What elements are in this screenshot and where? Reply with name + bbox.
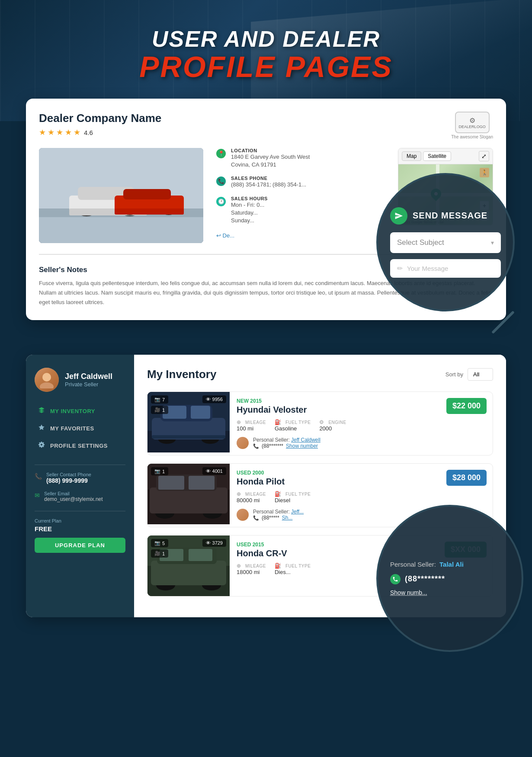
- star-5: ★: [74, 128, 80, 137]
- mileage-icon-1: ⊕: [237, 419, 241, 425]
- seller-name-link-2[interactable]: Jeff...: [291, 509, 304, 515]
- page-title: USER AND DEALER PROFILE PAGES: [26, 17, 506, 81]
- dealer-card: Dealer Company Name ★ ★ ★ ★ ★ 4.6 ⚙ DEAL…: [26, 99, 506, 320]
- msg-title: SEND MESSAGE: [413, 211, 487, 221]
- mileage-label-1: MILEAGE: [245, 420, 266, 425]
- upgrade-plan-button[interactable]: UPGRADE PLAN: [35, 538, 125, 553]
- fuel-icon-1: ⛽: [275, 419, 281, 425]
- message-input-box[interactable]: ✏ Your Message: [390, 259, 501, 278]
- map-controls: Map Satellite ⤢: [398, 148, 493, 164]
- profile-sidebar: Jeff Caldwell Private Seller MY INVENTOR…: [26, 355, 134, 617]
- dealer-info: 📍 LOCATION 1840 E Garvey Ave South WestC…: [212, 148, 389, 243]
- car-specs-1: ⊕ MILEAGE 100 mi ⛽ FUEL TYPE Gaso: [237, 419, 434, 432]
- favorites-nav-label: MY FAVORITES: [50, 425, 94, 432]
- magnifier-handle: [491, 311, 515, 334]
- video-count-3: 1: [162, 551, 165, 556]
- profile-role: Private Seller: [65, 381, 112, 388]
- svg-point-14: [40, 382, 54, 388]
- seller-phone-2: 📞 (88***** Sh...: [253, 515, 304, 521]
- message-placeholder-text: Your Message: [407, 265, 448, 272]
- price-tag-1: $22 000: [446, 398, 487, 414]
- sort-select[interactable]: All: [468, 368, 493, 381]
- hours-value: Mon - Fri: 0...Saturday...Sunday...: [231, 201, 268, 225]
- car-photos-badge-3: 📷 5: [151, 539, 168, 547]
- mileage-icon-3: ⊕: [237, 563, 241, 569]
- phone-value: (888) 354-1781; (888) 354-1...: [231, 181, 306, 189]
- contact-email-text: Seller Email demo_user@stylemix.net: [44, 491, 103, 502]
- seller-avatar-1: [237, 437, 249, 449]
- views-count-3: 3729: [212, 540, 223, 545]
- star-icon: [38, 424, 45, 433]
- rating-number: 4.6: [84, 129, 93, 136]
- dealer-page-link[interactable]: ↩ De...: [216, 232, 234, 239]
- map-expand-button[interactable]: ⤢: [479, 151, 489, 161]
- inventory-header: My Inventory Sort by All: [147, 368, 493, 381]
- dealer-link-text: ↩ De...: [216, 232, 234, 239]
- dealer-name: Dealer Company Name: [39, 112, 161, 125]
- phone-icon: 📞: [216, 176, 226, 186]
- show-number-2[interactable]: Sh...: [282, 515, 293, 521]
- dealer-showroom-svg: [39, 148, 203, 243]
- contact-email-value: demo_user@stylemix.net: [44, 496, 103, 502]
- photos-count-2: 1: [162, 469, 165, 474]
- message-edit-icon: ✏: [397, 264, 403, 273]
- profile-avatar-area: Jeff Caldwell Private Seller: [35, 368, 125, 392]
- dealer-header: Dealer Company Name ★ ★ ★ ★ ★ 4.6 ⚙ DEAL…: [39, 112, 493, 139]
- select-subject-box[interactable]: Select Subject ▾: [390, 232, 501, 253]
- fuel-value-1: Gasoline: [275, 425, 311, 432]
- car-listing-image-2: 📷 1 👁 4001: [147, 464, 230, 524]
- hours-text: SALES HOURS Mon - Fri: 0...Saturday...Su…: [231, 196, 268, 225]
- mileage-value-3: 18000 mi: [237, 569, 266, 575]
- gear-icon: [38, 441, 45, 450]
- car-views-badge-2: 👁 4001: [202, 467, 226, 475]
- car-video-badge-1: 🎥 1: [151, 406, 168, 414]
- seller-details-1: Personal Seller: Jeff Caldwell 📞 (88****…: [253, 437, 320, 449]
- sort-label: Sort by: [445, 371, 463, 378]
- profile-name: Jeff Caldwell: [65, 372, 112, 381]
- seller-phone-1: 📞 (88******* Show number: [253, 443, 320, 449]
- spec-fuel-2: ⛽ FUEL TYPE Diesel: [275, 491, 311, 504]
- sidebar-item-settings[interactable]: PROFILE SETTINGS: [35, 437, 125, 454]
- seller-info-row-2: Personal Seller: Jeff... 📞 (88***** Sh..…: [237, 509, 434, 521]
- fuel-label-2: FUEL TYPE: [285, 492, 311, 497]
- hours-label: SALES HOURS: [231, 196, 268, 201]
- sidebar-item-favorites[interactable]: MY FAVORITES: [35, 420, 125, 437]
- star-2: ★: [48, 128, 54, 137]
- select-arrow-icon: ▾: [491, 239, 494, 246]
- inventory-title: My Inventory: [147, 368, 216, 381]
- camera-icon-2: 📷: [154, 468, 160, 474]
- seller-label-2: Personal Seller: Jeff...: [253, 509, 304, 515]
- mileage-label-2: MILEAGE: [245, 492, 266, 497]
- seller-info-row-1: Personal Seller: Jeff Caldwell 📞 (88****…: [237, 437, 434, 449]
- seller-name-link-1[interactable]: Jeff Caldwell: [291, 437, 320, 443]
- fuel-value-3: Dies...: [275, 569, 311, 575]
- camera-icon-1: 📷: [154, 397, 160, 402]
- hours-icon: 🕐: [216, 197, 226, 206]
- video-count-1: 1: [162, 407, 165, 413]
- sidebar-item-inventory[interactable]: MY INVENTORY: [35, 402, 125, 420]
- camera-icon-3: 📷: [154, 540, 160, 546]
- dealer-name-area: Dealer Company Name ★ ★ ★ ★ ★ 4.6: [39, 112, 161, 137]
- fuel-icon-2: ⛽: [275, 491, 281, 497]
- mileage-value-2: 80000 mi: [237, 497, 266, 504]
- fuel-value-2: Diesel: [275, 497, 311, 504]
- contact-email-item: ✉ Seller Email demo_user@stylemix.net: [35, 491, 125, 502]
- mileage-value-1: 100 mi: [237, 425, 266, 432]
- mag-show-button[interactable]: Show numb...: [390, 589, 427, 596]
- logo-sub: The awesome Slogan: [451, 135, 493, 139]
- engine-label-1: ENGINE: [328, 420, 346, 425]
- phone-contact-icon: 📞: [35, 473, 42, 480]
- satellite-button[interactable]: Satellite: [423, 151, 451, 161]
- svg-rect-28: [150, 488, 228, 513]
- mag-phone-row: (88********: [390, 574, 510, 584]
- show-number-1[interactable]: Show number: [286, 443, 318, 449]
- mileage-icon-2: ⊕: [237, 491, 241, 497]
- location-label: LOCATION: [231, 148, 310, 153]
- avatar: [35, 368, 59, 392]
- mag-phone-number: (88********: [405, 574, 445, 584]
- hours-item: 🕐 SALES HOURS Mon - Fri: 0...Saturday...…: [216, 196, 385, 225]
- car-views-badge-1: 👁 9956: [202, 395, 226, 403]
- photos-count-3: 5: [162, 541, 165, 546]
- map-button[interactable]: Map: [402, 151, 421, 161]
- contact-phone-item: 📞 Seller Contact Phone (888) 999-9999: [35, 472, 125, 484]
